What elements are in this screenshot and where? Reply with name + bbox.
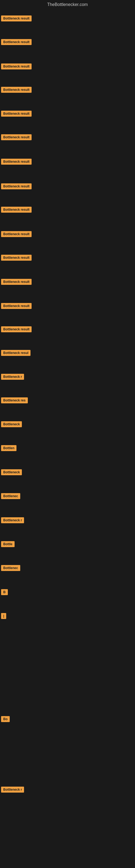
list-item: Bottleneck resul [1, 350, 31, 357]
list-item: Bottleneck result [1, 231, 32, 238]
bottleneck-label: Bottleneck result [1, 207, 32, 213]
bottleneck-label: Bo [1, 716, 10, 722]
bottleneck-label: Bottleneck r [1, 374, 24, 380]
site-title-container: TheBottlenecker.com [0, 0, 135, 9]
list-item: | [1, 613, 6, 620]
bottleneck-label: Bottleneck result [1, 159, 32, 165]
list-item: Bottleneck r [1, 517, 24, 524]
bottleneck-label: Bottlenec [1, 565, 20, 571]
bottleneck-label: Bottleneck result [1, 326, 32, 332]
bottleneck-label: Bottlen [1, 445, 16, 451]
bottleneck-label: Bottleneck resul [1, 350, 31, 356]
list-item: Bottleneck r [1, 786, 24, 794]
list-item: Bottleneck result [1, 159, 32, 166]
bottleneck-label: Bottleneck [1, 421, 22, 427]
bottleneck-label: Bottleneck result [1, 39, 32, 45]
bottleneck-label: Bottleneck r [1, 786, 24, 793]
list-item: Bottleneck result [1, 111, 32, 118]
bottleneck-label: Bottleneck res [1, 397, 28, 403]
site-title: TheBottlenecker.com [0, 0, 135, 9]
list-item: Bottleneck [1, 421, 22, 428]
list-item: Bottleneck result [1, 63, 32, 70]
list-item: Bottleneck result [1, 16, 32, 23]
bottleneck-label: Bottleneck result [1, 231, 32, 237]
list-item: Bo [1, 716, 10, 723]
list-item: Bottlen [1, 445, 16, 452]
list-item: Bottleneck r [1, 374, 24, 381]
bottleneck-label: Bottlenec [1, 493, 20, 499]
bottleneck-label: Bottleneck result [1, 183, 32, 189]
list-item: Bottleneck result [1, 303, 32, 310]
list-item: Bottleneck result [1, 326, 32, 333]
list-item: Bottleneck result [1, 87, 32, 94]
list-item: Bottleneck result [1, 279, 32, 286]
list-item: Bottleneck result [1, 207, 32, 214]
bottleneck-label: Bottleneck result [1, 303, 32, 309]
bottleneck-label: Bottleneck result [1, 134, 32, 140]
bottleneck-label: Bottleneck result [1, 255, 32, 261]
list-item: Bottleneck result [1, 134, 32, 141]
bottleneck-label: Bottleneck result [1, 87, 32, 93]
list-item: B [1, 589, 8, 596]
bottleneck-label: Bottleneck [1, 469, 22, 475]
list-item: Bottlenec [1, 565, 20, 572]
list-item: Bottleneck res [1, 397, 28, 404]
list-item: Bottle [1, 541, 14, 548]
bottleneck-label: Bottleneck result [1, 63, 32, 69]
bottleneck-label: B [1, 589, 8, 595]
bottleneck-label: Bottleneck result [1, 16, 32, 22]
bottleneck-label: | [1, 613, 6, 619]
list-item: Bottleneck [1, 469, 22, 476]
list-item: Bottleneck result [1, 39, 32, 46]
items-container [0, 9, 135, 10]
list-item: Bottleneck result [1, 183, 32, 190]
bottleneck-label: Bottleneck result [1, 279, 32, 285]
bottleneck-label: Bottleneck result [1, 111, 32, 117]
bottleneck-label: Bottle [1, 541, 14, 547]
list-item: Bottlenec [1, 493, 20, 500]
list-item: Bottleneck result [1, 255, 32, 262]
bottleneck-label: Bottleneck r [1, 517, 24, 523]
